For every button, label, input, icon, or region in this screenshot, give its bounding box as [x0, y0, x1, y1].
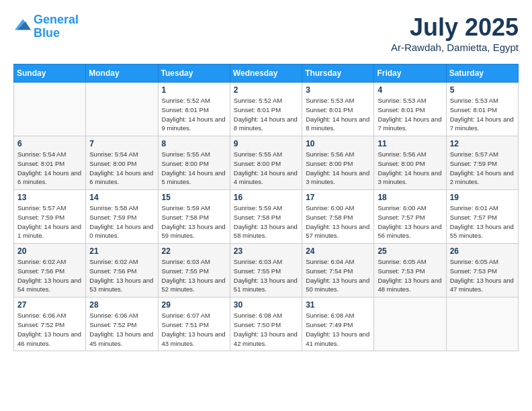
calendar-cell: 10Sunrise: 5:56 AM Sunset: 8:00 PM Dayli…	[302, 136, 374, 190]
day-info: Sunrise: 5:52 AM Sunset: 8:01 PM Dayligh…	[162, 96, 226, 133]
title-block: July 2025 Ar-Rawdah, Damietta, Egypt	[391, 13, 519, 53]
weekday-header: Monday	[86, 64, 158, 83]
day-info: Sunrise: 5:52 AM Sunset: 8:01 PM Dayligh…	[234, 96, 298, 133]
day-info: Sunrise: 5:54 AM Sunset: 8:00 PM Dayligh…	[89, 150, 154, 187]
calendar-week-row: 6Sunrise: 5:54 AM Sunset: 8:01 PM Daylig…	[14, 136, 519, 190]
day-number: 13	[17, 193, 82, 202]
day-info: Sunrise: 6:04 AM Sunset: 7:54 PM Dayligh…	[306, 257, 370, 294]
calendar-cell: 13Sunrise: 5:57 AM Sunset: 7:59 PM Dayli…	[14, 190, 86, 244]
day-info: Sunrise: 6:07 AM Sunset: 7:51 PM Dayligh…	[162, 311, 226, 348]
calendar-cell: 7Sunrise: 5:54 AM Sunset: 8:00 PM Daylig…	[86, 136, 158, 190]
day-number: 3	[306, 85, 370, 95]
location: Ar-Rawdah, Damietta, Egypt	[391, 42, 519, 53]
day-number: 15	[162, 193, 226, 202]
day-number: 12	[450, 139, 515, 148]
calendar-week-row: 27Sunrise: 6:06 AM Sunset: 7:52 PM Dayli…	[14, 298, 519, 351]
day-number: 17	[306, 193, 370, 202]
calendar-cell: 1Sunrise: 5:52 AM Sunset: 8:01 PM Daylig…	[158, 83, 230, 136]
day-info: Sunrise: 5:53 AM Sunset: 8:01 PM Dayligh…	[306, 96, 370, 133]
day-info: Sunrise: 6:00 AM Sunset: 7:58 PM Dayligh…	[306, 203, 370, 240]
weekday-header: Wednesday	[230, 64, 302, 83]
day-number: 4	[378, 85, 442, 95]
day-info: Sunrise: 5:53 AM Sunset: 8:01 PM Dayligh…	[450, 96, 515, 133]
day-info: Sunrise: 6:01 AM Sunset: 7:57 PM Dayligh…	[450, 203, 515, 240]
calendar-cell: 15Sunrise: 5:59 AM Sunset: 7:58 PM Dayli…	[158, 190, 230, 244]
calendar-week-row: 13Sunrise: 5:57 AM Sunset: 7:59 PM Dayli…	[14, 190, 519, 244]
calendar-header-row: SundayMondayTuesdayWednesdayThursdayFrid…	[14, 64, 519, 83]
day-info: Sunrise: 6:06 AM Sunset: 7:52 PM Dayligh…	[89, 311, 154, 348]
calendar-cell: 24Sunrise: 6:04 AM Sunset: 7:54 PM Dayli…	[302, 244, 374, 298]
calendar-table: SundayMondayTuesdayWednesdayThursdayFrid…	[13, 64, 519, 351]
day-number: 23	[234, 246, 298, 256]
calendar-cell: 18Sunrise: 6:00 AM Sunset: 7:57 PM Dayli…	[374, 190, 446, 244]
day-number: 5	[450, 85, 515, 95]
calendar-cell: 30Sunrise: 6:08 AM Sunset: 7:50 PM Dayli…	[230, 298, 302, 351]
weekday-header: Tuesday	[158, 64, 230, 83]
calendar-cell: 17Sunrise: 6:00 AM Sunset: 7:58 PM Dayli…	[302, 190, 374, 244]
day-info: Sunrise: 5:59 AM Sunset: 7:58 PM Dayligh…	[234, 203, 298, 240]
day-info: Sunrise: 5:55 AM Sunset: 8:00 PM Dayligh…	[234, 150, 298, 187]
day-number: 1	[162, 85, 226, 95]
day-number: 21	[89, 246, 154, 256]
day-info: Sunrise: 6:08 AM Sunset: 7:49 PM Dayligh…	[306, 311, 370, 348]
logo-text: GeneralBlue	[34, 13, 79, 40]
day-number: 10	[306, 139, 370, 148]
calendar-week-row: 20Sunrise: 6:02 AM Sunset: 7:56 PM Dayli…	[14, 244, 519, 298]
day-number: 16	[234, 193, 298, 202]
day-number: 20	[17, 246, 82, 256]
day-info: Sunrise: 6:02 AM Sunset: 7:56 PM Dayligh…	[17, 257, 82, 294]
day-number: 9	[234, 139, 298, 148]
calendar-cell: 11Sunrise: 5:56 AM Sunset: 8:00 PM Dayli…	[374, 136, 446, 190]
calendar-cell: 21Sunrise: 6:02 AM Sunset: 7:56 PM Dayli…	[86, 244, 158, 298]
calendar-cell: 14Sunrise: 5:58 AM Sunset: 7:59 PM Dayli…	[86, 190, 158, 244]
day-number: 7	[89, 139, 154, 148]
calendar-cell: 5Sunrise: 5:53 AM Sunset: 8:01 PM Daylig…	[446, 83, 518, 136]
calendar-cell	[446, 298, 518, 351]
calendar-cell: 2Sunrise: 5:52 AM Sunset: 8:01 PM Daylig…	[230, 83, 302, 136]
day-info: Sunrise: 5:54 AM Sunset: 8:01 PM Dayligh…	[17, 150, 82, 187]
calendar-cell: 4Sunrise: 5:53 AM Sunset: 8:01 PM Daylig…	[374, 83, 446, 136]
calendar-cell	[14, 83, 86, 136]
month-title: July 2025	[391, 13, 519, 42]
day-info: Sunrise: 5:58 AM Sunset: 7:59 PM Dayligh…	[89, 203, 154, 240]
day-number: 25	[378, 246, 442, 256]
calendar-cell: 8Sunrise: 5:55 AM Sunset: 8:00 PM Daylig…	[158, 136, 230, 190]
day-info: Sunrise: 6:05 AM Sunset: 7:53 PM Dayligh…	[450, 257, 515, 294]
calendar-cell: 31Sunrise: 6:08 AM Sunset: 7:49 PM Dayli…	[302, 298, 374, 351]
day-number: 29	[162, 300, 226, 310]
calendar-cell: 23Sunrise: 6:03 AM Sunset: 7:55 PM Dayli…	[230, 244, 302, 298]
day-number: 8	[162, 139, 226, 148]
calendar-cell	[374, 298, 446, 351]
weekday-header: Friday	[374, 64, 446, 83]
calendar-cell: 25Sunrise: 6:05 AM Sunset: 7:53 PM Dayli…	[374, 244, 446, 298]
calendar-cell: 12Sunrise: 5:57 AM Sunset: 7:59 PM Dayli…	[446, 136, 518, 190]
calendar-cell: 26Sunrise: 6:05 AM Sunset: 7:53 PM Dayli…	[446, 244, 518, 298]
day-number: 2	[234, 85, 298, 95]
day-number: 11	[378, 139, 442, 148]
day-info: Sunrise: 5:59 AM Sunset: 7:58 PM Dayligh…	[162, 203, 226, 240]
day-info: Sunrise: 5:55 AM Sunset: 8:00 PM Dayligh…	[162, 150, 226, 187]
day-info: Sunrise: 6:03 AM Sunset: 7:55 PM Dayligh…	[162, 257, 226, 294]
calendar-cell: 6Sunrise: 5:54 AM Sunset: 8:01 PM Daylig…	[14, 136, 86, 190]
day-number: 19	[450, 193, 515, 202]
day-info: Sunrise: 5:56 AM Sunset: 8:00 PM Dayligh…	[306, 150, 370, 187]
day-number: 24	[306, 246, 370, 256]
day-info: Sunrise: 6:05 AM Sunset: 7:53 PM Dayligh…	[378, 257, 442, 294]
logo-icon	[15, 19, 31, 32]
weekday-header: Saturday	[446, 64, 518, 83]
calendar-cell: 28Sunrise: 6:06 AM Sunset: 7:52 PM Dayli…	[86, 298, 158, 351]
day-info: Sunrise: 6:03 AM Sunset: 7:55 PM Dayligh…	[234, 257, 298, 294]
calendar-cell: 22Sunrise: 6:03 AM Sunset: 7:55 PM Dayli…	[158, 244, 230, 298]
weekday-header: Thursday	[302, 64, 374, 83]
day-number: 6	[17, 139, 82, 148]
day-number: 28	[89, 300, 154, 310]
calendar-cell	[86, 83, 158, 136]
day-info: Sunrise: 5:53 AM Sunset: 8:01 PM Dayligh…	[378, 96, 442, 133]
day-info: Sunrise: 5:57 AM Sunset: 7:59 PM Dayligh…	[17, 203, 82, 240]
calendar-cell: 16Sunrise: 5:59 AM Sunset: 7:58 PM Dayli…	[230, 190, 302, 244]
day-info: Sunrise: 6:00 AM Sunset: 7:57 PM Dayligh…	[378, 203, 442, 240]
calendar-week-row: 1Sunrise: 5:52 AM Sunset: 8:01 PM Daylig…	[14, 83, 519, 136]
day-number: 14	[89, 193, 154, 202]
day-info: Sunrise: 6:06 AM Sunset: 7:52 PM Dayligh…	[17, 311, 82, 348]
page-header: GeneralBlue July 2025 Ar-Rawdah, Damiett…	[13, 13, 519, 53]
